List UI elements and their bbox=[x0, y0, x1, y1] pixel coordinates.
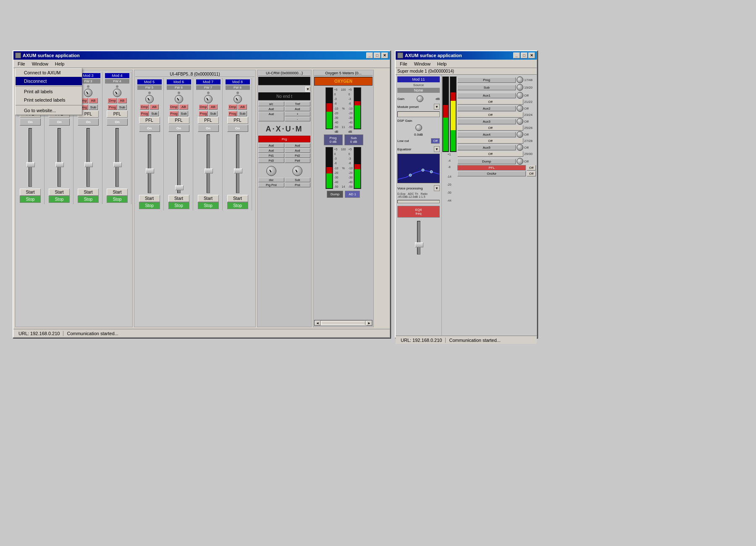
ch6-dump-btn[interactable]: Dmp bbox=[169, 104, 179, 110]
ch5-start-btn[interactable]: Start bbox=[139, 195, 160, 202]
menu-connect[interactable]: Connect to AXUM bbox=[16, 68, 82, 77]
ch4-start-btn[interactable]: Start bbox=[107, 189, 128, 196]
menu-go-to-website[interactable]: Go to website... bbox=[16, 106, 82, 115]
crm-btn-a5[interactable]: Pd1 bbox=[258, 153, 284, 158]
ch7-pfl-btn[interactable]: PFL bbox=[198, 117, 219, 124]
minimize-button[interactable]: _ bbox=[366, 52, 373, 58]
ch3-sub-btn[interactable]: Sub bbox=[89, 105, 98, 110]
ch7-stop-btn[interactable]: Stop bbox=[198, 202, 219, 209]
ch3-on-btn[interactable]: On bbox=[78, 118, 99, 126]
ch7-ab-btn[interactable]: AB bbox=[208, 104, 218, 110]
ch4-on-btn[interactable]: On bbox=[107, 118, 128, 126]
ch4-knob[interactable] bbox=[113, 89, 121, 97]
ch2-start-btn[interactable]: Start bbox=[49, 189, 70, 196]
super-aux5-btn[interactable]: Aux5 bbox=[457, 145, 516, 150]
ch8-ab-btn[interactable]: AB bbox=[238, 104, 247, 110]
crm-btn-2[interactable]: Tref bbox=[285, 102, 311, 106]
ch8-fader[interactable] bbox=[234, 168, 242, 173]
maximize-button[interactable]: □ bbox=[374, 52, 381, 58]
super-pfl-off-btn[interactable]: Off bbox=[527, 165, 536, 171]
super-prog-knob[interactable] bbox=[517, 76, 523, 83]
ch3-fader[interactable] bbox=[84, 162, 93, 167]
super-aux1-btn[interactable]: Aux1 bbox=[457, 93, 516, 98]
menu-help[interactable]: Help bbox=[52, 60, 68, 67]
ch5-knob[interactable] bbox=[145, 95, 154, 103]
crm-knob-2[interactable] bbox=[292, 166, 302, 176]
super-aux4-btn[interactable]: Aux4 bbox=[457, 132, 516, 137]
crm-btn-a8[interactable]: Pd4 bbox=[285, 158, 311, 163]
crm-red-btn[interactable]: Prg bbox=[258, 136, 310, 142]
ch4-pfl-btn[interactable]: PFL bbox=[107, 110, 128, 118]
ch5-sub-btn[interactable]: Sub bbox=[150, 111, 159, 116]
menu-disconnect[interactable]: Disconnect bbox=[16, 77, 82, 85]
ch6-pfl-btn[interactable]: PFL bbox=[168, 117, 189, 124]
super-close-button[interactable]: ✕ bbox=[528, 52, 535, 58]
oxygen-ad1-btn[interactable]: AD 1 bbox=[345, 191, 360, 198]
crm-plus-btn[interactable]: + bbox=[285, 112, 311, 116]
crm-btn-a2[interactable]: Aud bbox=[285, 143, 311, 148]
oxygen-sub-btn[interactable]: Sub 0 dB bbox=[344, 134, 363, 145]
menu-file[interactable]: File bbox=[14, 60, 29, 67]
ch4-stop-btn[interactable]: Stop bbox=[107, 196, 128, 203]
super-preset-field[interactable] bbox=[397, 111, 440, 117]
super-aux2-off-btn[interactable]: Off bbox=[457, 112, 523, 118]
scroll-thumb[interactable] bbox=[321, 321, 365, 325]
crm-scroll-arrow[interactable]: ▼ bbox=[305, 87, 310, 92]
crm-btn-b4[interactable]: Prst bbox=[285, 183, 311, 187]
ch4-ab-btn[interactable]: AB bbox=[118, 98, 127, 103]
super-maximize-button[interactable]: □ bbox=[521, 52, 528, 58]
super-aux3-off-btn[interactable]: Off bbox=[457, 125, 523, 131]
super-menu-window[interactable]: Window bbox=[411, 60, 434, 67]
super-vp-expand-btn[interactable]: ▼ bbox=[434, 185, 440, 191]
super-aux5-off-btn[interactable]: Off bbox=[457, 151, 523, 157]
super-menu-help[interactable]: Help bbox=[434, 60, 450, 67]
ch3-stop-btn[interactable]: Stop bbox=[78, 196, 99, 203]
crm-btn-b3[interactable]: Prg Prst bbox=[258, 183, 284, 187]
ch6-prog-btn[interactable]: Prog bbox=[169, 111, 179, 116]
super-aux1-knob[interactable] bbox=[517, 92, 523, 99]
crm-btn-a3[interactable]: Aud bbox=[258, 148, 284, 153]
ch6-stop-btn[interactable]: Stop bbox=[168, 202, 189, 209]
ch5-dump-btn[interactable]: Dmp bbox=[140, 104, 150, 110]
ch6-fader[interactable] bbox=[175, 185, 184, 190]
ch3-knob[interactable] bbox=[84, 89, 92, 97]
ch5-fader[interactable] bbox=[146, 168, 154, 173]
crm-btn-a4[interactable]: Aud bbox=[285, 148, 311, 153]
ch6-start-btn[interactable]: Start bbox=[168, 195, 189, 202]
crm-minus-btn[interactable]: - bbox=[285, 117, 311, 121]
ch1-start-btn[interactable]: Start bbox=[20, 189, 41, 196]
super-dump-knob[interactable] bbox=[517, 158, 523, 165]
oxygen-scrollbar[interactable]: ◄ ► bbox=[314, 320, 373, 326]
super-prog-btn[interactable]: Prog bbox=[457, 77, 516, 83]
ch4-prog-btn[interactable]: Prog bbox=[108, 105, 117, 110]
super-aux4-off-btn[interactable]: Off bbox=[457, 138, 523, 144]
ch8-pfl-btn[interactable]: PFL bbox=[227, 117, 248, 124]
super-aux2-btn[interactable]: Aux2 bbox=[457, 106, 516, 111]
super-minimize-button[interactable]: _ bbox=[513, 52, 520, 58]
ch7-dump-btn[interactable]: Dmp bbox=[199, 104, 208, 110]
ch2-on-btn[interactable]: On bbox=[49, 118, 70, 126]
scroll-right-arrow[interactable]: ► bbox=[366, 320, 372, 326]
ch4-fader[interactable] bbox=[113, 162, 122, 167]
ch7-sub-btn[interactable]: Sub bbox=[208, 111, 218, 116]
ch5-ab-btn[interactable]: AB bbox=[150, 104, 159, 110]
super-eq-expand-btn[interactable]: ▼ bbox=[434, 146, 440, 152]
ch4-dump-btn[interactable]: Dmp bbox=[108, 98, 117, 103]
ch7-start-btn[interactable]: Start bbox=[198, 195, 219, 202]
ch6-on-btn[interactable]: On bbox=[168, 125, 189, 132]
super-sub-btn[interactable]: Sub bbox=[457, 85, 516, 90]
ch7-prog-btn[interactable]: Prog bbox=[199, 111, 208, 116]
super-aux1-off-btn[interactable]: Off bbox=[457, 99, 523, 105]
super-fader[interactable] bbox=[415, 242, 423, 247]
menu-print-all[interactable]: Print all labels bbox=[16, 87, 82, 96]
ch5-pfl-btn[interactable]: PFL bbox=[139, 117, 160, 124]
super-pfl-btn[interactable]: PFL bbox=[457, 165, 526, 171]
ch1-fader[interactable] bbox=[26, 162, 35, 167]
ch3-start-btn[interactable]: Start bbox=[78, 189, 99, 196]
oxygen-prog-btn[interactable]: Prog 0 dB bbox=[324, 134, 343, 145]
super-gain-knob[interactable] bbox=[417, 95, 423, 102]
crm-btn-a1[interactable]: Aud bbox=[258, 143, 284, 148]
crm-btn-a7[interactable]: Pd3 bbox=[258, 158, 284, 163]
crm-btn-a6[interactable]: Pd2 bbox=[285, 153, 311, 158]
ch2-stop-btn[interactable]: Stop bbox=[49, 196, 70, 203]
